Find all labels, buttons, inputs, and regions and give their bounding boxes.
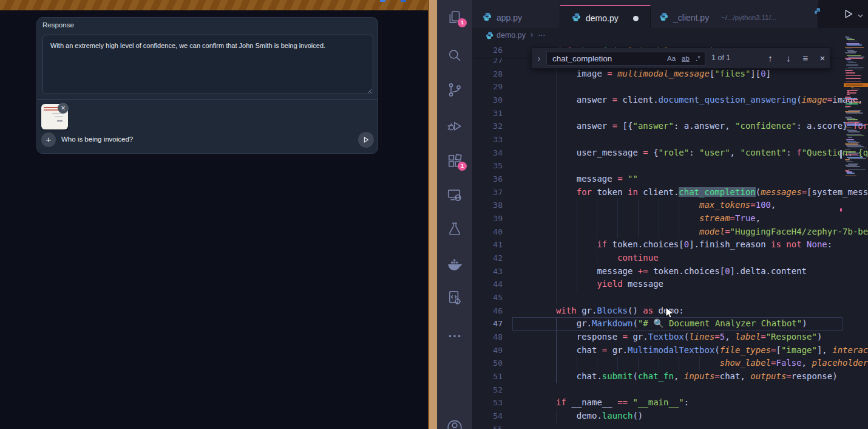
code-line[interactable]: if token.choices[0].finish_reason is not… xyxy=(556,238,832,252)
breadcrumb-file[interactable]: demo.py xyxy=(497,31,526,39)
gutter-row[interactable]: 35 xyxy=(472,159,503,173)
line-number[interactable]: 38 xyxy=(472,199,503,212)
gutter-row[interactable]: 37 xyxy=(472,186,503,199)
code-line[interactable]: gr.Markdown("# 🔍 Document Analyzer Chatb… xyxy=(556,317,807,331)
line-number[interactable]: 50 xyxy=(472,357,503,370)
gutter-row[interactable]: 45 xyxy=(472,291,503,304)
line-number[interactable]: 45 xyxy=(472,291,503,304)
gutter-row[interactable]: 55 xyxy=(472,423,503,429)
code-line[interactable]: message = "" xyxy=(556,173,638,186)
docker-icon[interactable] xyxy=(447,256,463,272)
whole-word-toggle[interactable]: ab xyxy=(682,55,690,62)
gutter-row[interactable]: 51 xyxy=(472,370,503,383)
minimap[interactable] xyxy=(844,36,868,182)
find-input[interactable]: chat_completion Aa ab .* xyxy=(546,52,705,66)
line-number[interactable]: 31 xyxy=(472,107,503,120)
code-line[interactable]: for token in client.chat_completion(mess… xyxy=(556,186,868,199)
line-number[interactable]: 42 xyxy=(472,252,503,265)
line-number[interactable]: 36 xyxy=(472,173,503,186)
code-line[interactable]: if __name__ == "__main__": xyxy=(556,396,689,410)
line-number[interactable]: 47 xyxy=(472,317,503,331)
code-line[interactable]: answer = client.document_question_answer… xyxy=(556,94,868,107)
gutter-row[interactable]: 42 xyxy=(472,252,503,265)
gutter-row[interactable]: 34 xyxy=(472,146,503,160)
code-line[interactable]: image = multimodal_message["files"][0] xyxy=(556,67,771,81)
code-area[interactable]: image = multimodal_message["files"][0] a… xyxy=(556,54,868,429)
resize-grip-icon[interactable] xyxy=(366,88,372,94)
line-number[interactable]: 41 xyxy=(472,238,503,252)
line-number[interactable]: 37 xyxy=(472,186,503,199)
run-python-file-button[interactable] xyxy=(840,7,856,22)
toggle-replace-button[interactable]: › xyxy=(534,51,544,66)
gutter-row[interactable]: 32 xyxy=(472,120,503,133)
tab-demo-py[interactable]: demo.py xyxy=(560,5,651,28)
close-find-button[interactable]: × xyxy=(816,51,829,66)
gutter-row[interactable]: 28 xyxy=(472,67,503,81)
add-file-button[interactable]: + xyxy=(41,132,56,147)
gutter-row[interactable]: 49 xyxy=(472,344,503,357)
explorer-icon[interactable]: 1 xyxy=(447,10,463,26)
gutter-row[interactable]: 46 xyxy=(472,304,503,318)
gutter-row[interactable]: 33 xyxy=(472,133,503,146)
line-number[interactable]: 33 xyxy=(472,133,503,146)
line-number[interactable]: 30 xyxy=(472,94,503,107)
gutter-row[interactable]: 38 xyxy=(472,199,503,212)
line-number[interactable]: 39 xyxy=(472,212,503,225)
extensions-icon[interactable]: 1 xyxy=(447,153,463,169)
gutter-row[interactable]: 40 xyxy=(472,225,503,239)
line-number[interactable]: 48 xyxy=(472,331,503,344)
code-line[interactable]: chat = gr.MultimodalTextbox(file_types=[… xyxy=(556,344,868,357)
more-actions-icon[interactable] xyxy=(447,328,463,344)
line-number[interactable]: 55 xyxy=(472,423,503,429)
code-line[interactable]: response = gr.Textbox(lines=5, label="Re… xyxy=(556,331,822,344)
line-number[interactable]: 51 xyxy=(472,370,503,383)
send-button[interactable] xyxy=(358,132,374,148)
code-line[interactable]: stream=True, xyxy=(556,212,761,225)
dev-containers-icon[interactable] xyxy=(447,290,463,306)
code-line[interactable]: continue xyxy=(556,252,659,265)
gutter-row[interactable]: 39 xyxy=(472,212,503,225)
line-number[interactable]: 32 xyxy=(472,120,503,133)
code-line[interactable]: chat.submit(chat_fn, inputs=chat, output… xyxy=(556,370,838,383)
line-number[interactable]: 49 xyxy=(472,344,503,357)
code-line[interactable]: max_tokens=100, xyxy=(556,199,776,212)
line-number[interactable]: 28 xyxy=(472,67,503,81)
code-line[interactable]: model="HuggingFaceH4/zephyr-7b-beta" xyxy=(556,225,868,239)
code-line[interactable]: show_label=False, placeholder="Upload xyxy=(556,357,868,370)
line-number[interactable]: 43 xyxy=(472,265,503,278)
line-number[interactable]: 29 xyxy=(472,80,503,94)
line-number[interactable]: 46 xyxy=(472,304,503,318)
line-number[interactable]: 44 xyxy=(472,278,503,291)
account-icon[interactable] xyxy=(447,418,463,429)
previous-match-button[interactable]: ↑ xyxy=(764,51,777,66)
gutter-row[interactable]: 47 xyxy=(472,317,503,331)
code-line[interactable]: user_message = {"role": "user", "content… xyxy=(556,146,868,160)
next-match-button[interactable]: ↓ xyxy=(782,51,795,66)
testing-flask-icon[interactable] xyxy=(447,221,463,237)
gutter-row[interactable]: 53 xyxy=(472,396,503,410)
find-in-selection-button[interactable]: ≡ xyxy=(799,51,812,66)
gutter-row[interactable]: 41 xyxy=(472,238,503,252)
line-number[interactable]: 35 xyxy=(472,159,503,173)
gutter-row[interactable]: 29 xyxy=(472,80,503,94)
line-number[interactable]: 53 xyxy=(472,396,503,410)
modified-dot-icon[interactable] xyxy=(633,16,639,21)
gutter-row[interactable]: 31 xyxy=(472,107,503,120)
remote-explorer-icon[interactable] xyxy=(447,187,463,203)
gutter-row[interactable]: 36 xyxy=(472,173,503,186)
gutter-row[interactable]: 43 xyxy=(472,265,503,278)
line-number[interactable]: 52 xyxy=(472,383,503,397)
breadcrumb-more[interactable]: … xyxy=(538,29,546,38)
gutter-row[interactable]: 50 xyxy=(472,357,503,370)
find-query-text[interactable]: chat_completion xyxy=(552,54,612,63)
line-number[interactable]: 40 xyxy=(472,225,503,239)
tab-client-py[interactable]: _client.py ~/.../python3.11/... xyxy=(651,5,818,28)
search-icon[interactable] xyxy=(447,47,463,63)
code-line[interactable]: yield message xyxy=(556,278,663,291)
run-debug-icon[interactable] xyxy=(447,117,463,133)
gutter-row[interactable]: 44 xyxy=(472,278,503,291)
chat-input-text[interactable]: Who is being invoiced? xyxy=(61,136,133,143)
response-textarea[interactable] xyxy=(42,35,373,94)
code-line[interactable]: with gr.Blocks() as demo: xyxy=(556,304,684,318)
match-case-toggle[interactable]: Aa xyxy=(667,55,676,62)
